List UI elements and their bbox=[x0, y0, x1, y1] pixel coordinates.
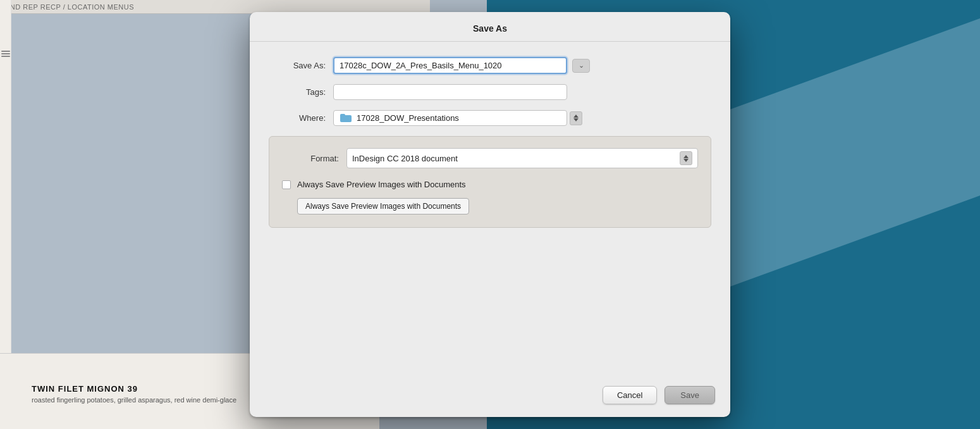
format-stepper-down-icon bbox=[683, 159, 689, 162]
where-folder-name: 17028_DOW_Presentations bbox=[357, 113, 459, 123]
tags-label: Tags: bbox=[269, 87, 326, 97]
tags-row: Tags: bbox=[269, 84, 711, 100]
format-label: Format: bbox=[282, 154, 339, 163]
save-as-input-group: ⌄ bbox=[333, 57, 711, 74]
preview-images-checkbox-row: Always Save Preview Images with Document… bbox=[282, 180, 698, 189]
format-select-value: InDesign CC 2018 document bbox=[352, 154, 675, 163]
where-stepper[interactable] bbox=[570, 111, 582, 125]
preview-images-label: Always Save Preview Images with Document… bbox=[297, 180, 466, 189]
dialog-overlay: Save As Save As: ⌄ Tags: bbox=[0, 0, 980, 429]
save-as-dialog: Save As Save As: ⌄ Tags: bbox=[250, 12, 730, 417]
preview-images-checkbox[interactable] bbox=[282, 180, 291, 189]
where-label: Where: bbox=[269, 113, 326, 123]
save-as-row: Save As: ⌄ bbox=[269, 57, 711, 74]
where-row: Where: 17028_DOW_Presentations bbox=[269, 110, 711, 126]
save-button[interactable]: Save bbox=[665, 386, 715, 404]
dialog-body: Save As: ⌄ Tags: Where: bbox=[250, 42, 730, 376]
tooltip-button[interactable]: Always Save Preview Images with Document… bbox=[297, 198, 469, 214]
chevron-down-icon: ⌄ bbox=[579, 61, 584, 70]
tags-input-group bbox=[333, 84, 711, 100]
stepper-up-icon bbox=[573, 115, 579, 118]
cancel-button[interactable]: Cancel bbox=[603, 386, 657, 404]
dialog-footer: Cancel Save bbox=[250, 376, 730, 417]
format-select[interactable]: InDesign CC 2018 document bbox=[346, 148, 698, 168]
stepper-down-icon bbox=[573, 118, 579, 121]
where-input-group: 17028_DOW_Presentations bbox=[333, 110, 711, 126]
format-section: Format: InDesign CC 2018 document Always… bbox=[269, 136, 711, 228]
folder-icon bbox=[340, 114, 352, 122]
tooltip-button-label: Always Save Preview Images with Document… bbox=[305, 202, 461, 211]
where-selector[interactable]: 17028_DOW_Presentations bbox=[333, 110, 567, 126]
save-as-input[interactable] bbox=[333, 57, 567, 74]
format-stepper[interactable] bbox=[680, 151, 692, 165]
format-row: Format: InDesign CC 2018 document bbox=[282, 148, 698, 168]
tags-input[interactable] bbox=[333, 84, 567, 100]
dialog-title: Save As bbox=[250, 12, 730, 42]
save-as-label: Save As: bbox=[269, 61, 326, 70]
format-stepper-up-icon bbox=[683, 155, 689, 158]
save-as-dropdown-button[interactable]: ⌄ bbox=[572, 59, 590, 73]
